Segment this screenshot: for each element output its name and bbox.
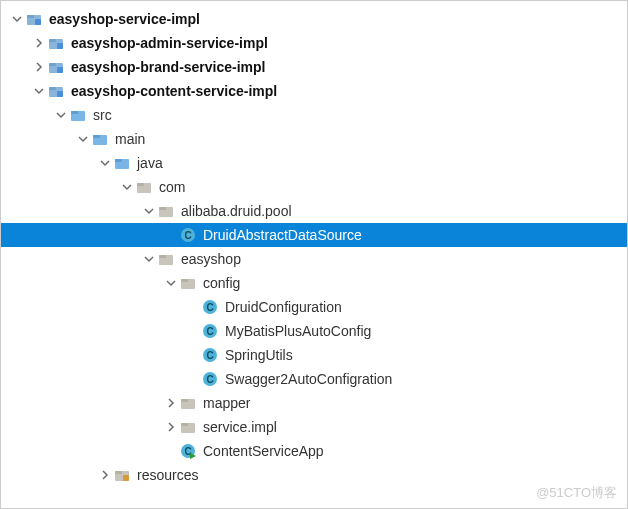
tree-item-label: easyshop <box>181 251 241 267</box>
chevron-down-icon[interactable] <box>97 155 113 171</box>
chevron-down-icon[interactable] <box>31 83 47 99</box>
chevron-right-icon[interactable] <box>31 35 47 51</box>
chevron-right-icon[interactable] <box>97 467 113 483</box>
indent <box>1 91 31 92</box>
tree-row[interactable]: mapper <box>1 391 627 415</box>
indent <box>1 283 163 284</box>
tree-row[interactable]: MyBatisPlusAutoConfig <box>1 319 627 343</box>
tree-row[interactable]: SpringUtils <box>1 343 627 367</box>
chevron-right-icon[interactable] <box>31 59 47 75</box>
package-folder-icon <box>157 202 175 220</box>
tree-row[interactable]: DruidAbstractDataSource <box>1 223 627 247</box>
java-class-icon <box>201 298 219 316</box>
chevron-down-icon[interactable] <box>141 203 157 219</box>
indent <box>1 235 163 236</box>
tree-item-label: src <box>93 107 112 123</box>
tree-item-label: DruidAbstractDataSource <box>203 227 362 243</box>
indent <box>1 451 163 452</box>
source-folder-icon <box>113 154 131 172</box>
tree-row[interactable]: Swagger2AutoConfigration <box>1 367 627 391</box>
java-class-icon <box>201 322 219 340</box>
tree-row[interactable]: easyshop-admin-service-impl <box>1 31 627 55</box>
tree-item-label: service.impl <box>203 419 277 435</box>
tree-row[interactable]: src <box>1 103 627 127</box>
indent <box>1 211 141 212</box>
indent <box>1 331 185 332</box>
indent <box>1 379 185 380</box>
chevron-right-icon[interactable] <box>163 395 179 411</box>
chevron-down-icon[interactable] <box>75 131 91 147</box>
indent <box>1 307 185 308</box>
tree-item-label: com <box>159 179 185 195</box>
indent <box>1 139 75 140</box>
module-folder-icon <box>47 34 65 52</box>
tree-item-label: alibaba.druid.pool <box>181 203 292 219</box>
tree-item-label: easyshop-content-service-impl <box>71 83 277 99</box>
tree-row[interactable]: easyshop-service-impl <box>1 7 627 31</box>
package-folder-icon <box>157 250 175 268</box>
tree-item-label: resources <box>137 467 198 483</box>
tree-row[interactable]: easyshop-content-service-impl <box>1 79 627 103</box>
tree-item-label: java <box>137 155 163 171</box>
tree-item-label: main <box>115 131 145 147</box>
indent <box>1 115 53 116</box>
tree-item-label: easyshop-brand-service-impl <box>71 59 266 75</box>
chevron-right-icon[interactable] <box>163 419 179 435</box>
project-tree[interactable]: easyshop-service-impleasyshop-admin-serv… <box>1 1 627 493</box>
chevron-down-icon[interactable] <box>9 11 25 27</box>
chevron-down-icon[interactable] <box>163 275 179 291</box>
indent <box>1 67 31 68</box>
tree-item-label: ContentServiceApp <box>203 443 324 459</box>
tree-row[interactable]: easyshop <box>1 247 627 271</box>
tree-row[interactable]: resources <box>1 463 627 487</box>
indent <box>1 187 119 188</box>
tree-item-label: MyBatisPlusAutoConfig <box>225 323 371 339</box>
package-folder-icon <box>135 178 153 196</box>
chevron-down-icon[interactable] <box>53 107 69 123</box>
java-class-icon <box>201 346 219 364</box>
tree-item-label: SpringUtils <box>225 347 293 363</box>
package-folder-icon <box>179 274 197 292</box>
tree-row[interactable]: com <box>1 175 627 199</box>
tree-row[interactable]: main <box>1 127 627 151</box>
tree-row[interactable]: DruidConfiguration <box>1 295 627 319</box>
package-folder-icon <box>179 418 197 436</box>
indent <box>1 19 9 20</box>
module-folder-icon <box>47 58 65 76</box>
indent <box>1 403 163 404</box>
chevron-down-icon[interactable] <box>141 251 157 267</box>
indent <box>1 43 31 44</box>
indent <box>1 163 97 164</box>
tree-row[interactable]: java <box>1 151 627 175</box>
java-main-class-icon <box>179 442 197 460</box>
source-folder-icon <box>91 130 109 148</box>
tree-row[interactable]: config <box>1 271 627 295</box>
tree-row[interactable]: easyshop-brand-service-impl <box>1 55 627 79</box>
resources-folder-icon <box>113 466 131 484</box>
indent <box>1 427 163 428</box>
tree-row[interactable]: service.impl <box>1 415 627 439</box>
tree-item-label: Swagger2AutoConfigration <box>225 371 392 387</box>
module-folder-icon <box>25 10 43 28</box>
tree-item-label: config <box>203 275 240 291</box>
tree-item-label: mapper <box>203 395 250 411</box>
indent <box>1 355 185 356</box>
source-folder-icon <box>69 106 87 124</box>
chevron-down-icon[interactable] <box>119 179 135 195</box>
java-class-icon <box>179 226 197 244</box>
indent <box>1 259 141 260</box>
module-folder-icon <box>47 82 65 100</box>
tree-row[interactable]: ContentServiceApp <box>1 439 627 463</box>
java-class-icon <box>201 370 219 388</box>
tree-item-label: easyshop-admin-service-impl <box>71 35 268 51</box>
indent <box>1 475 97 476</box>
package-folder-icon <box>179 394 197 412</box>
tree-item-label: DruidConfiguration <box>225 299 342 315</box>
tree-item-label: easyshop-service-impl <box>49 11 200 27</box>
tree-row[interactable]: alibaba.druid.pool <box>1 199 627 223</box>
